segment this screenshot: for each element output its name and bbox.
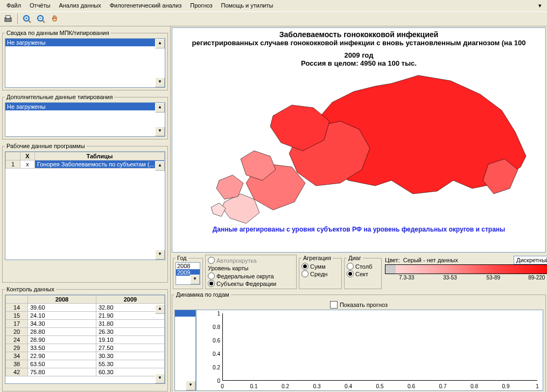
agg-avg-radio[interactable]: Средн (301, 270, 339, 277)
extra-panel: Дополнительные данные типирования Не заг… (2, 94, 168, 139)
table-row[interactable]: 3863.5055.30 (6, 360, 165, 368)
workdata-title: Рабочие данные программы (5, 143, 87, 149)
scroll-down-icon[interactable]: ▼ (155, 127, 165, 136)
level-federal-radio[interactable]: Федеральные округа (208, 272, 294, 279)
summary-title: Сводка по данным МПК/типирования (5, 30, 111, 36)
control-panel: Контроль данных 20082009 1439.6032.80152… (2, 286, 168, 391)
color-note: Серый - нет данных (403, 257, 458, 263)
table-row[interactable]: 1439.6032.80 (6, 304, 165, 312)
summary-list[interactable]: Не загружены ▲ ▼ (5, 38, 165, 88)
map-note: Данные агрегированы с уровня субъектов Р… (213, 226, 506, 233)
menu-help[interactable]: Помощь и утилиты (217, 1, 278, 10)
map-year: 2009 год (345, 51, 374, 59)
workdata-row[interactable]: Гонорея Заболеваемость по субъектам (... (35, 160, 165, 169)
workdata-panel: Рабочие данные программы XТаблицы 1xГоно… (2, 143, 168, 283)
map-title: Заболеваемость гонококковой инфекцией (279, 30, 438, 39)
extra-item[interactable]: Не загружены (5, 103, 165, 110)
menu-overflow-icon[interactable]: ▾ (535, 1, 545, 10)
color-mode-select[interactable]: Дискретный (514, 256, 547, 264)
zoom-in-icon[interactable] (21, 13, 33, 25)
level-label: Уровень карты (208, 265, 294, 271)
menu-file[interactable]: Файл (2, 1, 25, 10)
scroll-down-icon[interactable]: ▼ (186, 381, 195, 390)
diag-label: Диаг (347, 255, 363, 261)
map-total: Россия в целом: 4950 на 100 тыс. (301, 59, 417, 67)
color-label: Цвет: (385, 257, 400, 263)
extra-title: Дополнительные данные типирования (5, 94, 114, 100)
scroll-down-icon[interactable]: ▼ (190, 275, 200, 284)
diag-sect-radio[interactable]: Сект (347, 270, 379, 277)
year-list[interactable]: 2008 2009 ▼ (176, 262, 200, 285)
table-row[interactable]: 1734.3031.80 (6, 320, 165, 328)
dynamics-panel: Динамика по годам Показать прогноз ▼ 00.… (172, 291, 546, 392)
russia-map-icon (187, 67, 531, 223)
svg-line-3 (29, 20, 31, 23)
color-scale-icon (385, 264, 547, 274)
control-grid[interactable]: 20082009 1439.6032.801524.1021.901734.30… (5, 295, 165, 384)
menu-bar: Файл Отчёты Анализ данных Филогенетическ… (0, 0, 547, 12)
scroll-down-icon[interactable]: ▼ (155, 374, 165, 383)
scroll-up-icon[interactable]: ▲ (155, 304, 165, 314)
scroll-down-icon[interactable]: ▼ (155, 250, 165, 260)
extra-list[interactable]: Не загружены ▲ ▼ (5, 102, 165, 137)
svg-rect-1 (6, 16, 10, 18)
control-title: Контроль данных (5, 286, 56, 292)
table-row[interactable]: 3422.9030.30 (6, 352, 165, 360)
agg-label: Агрегация (301, 255, 333, 261)
year-label: Год (176, 255, 188, 261)
year-2008[interactable]: 2008 (176, 263, 200, 269)
table-row[interactable]: 4275.8060.30 (6, 368, 165, 376)
dynamics-listbox[interactable]: ▼ (174, 310, 196, 391)
table-row[interactable]: 2933.5027.50 (6, 344, 165, 352)
menu-analysis[interactable]: Анализ данных (54, 1, 105, 10)
menu-forecast[interactable]: Прогноз (186, 1, 216, 10)
map-subtitle: регистрированных случаев гонококковой ин… (192, 39, 526, 47)
summary-item[interactable]: Не загружены (5, 39, 165, 46)
scroll-up-icon[interactable]: ▲ (155, 161, 165, 171)
summary-panel: Сводка по данным МПК/типирования Не загр… (2, 30, 168, 90)
autoscroll-radio[interactable]: Автопрокрутка (208, 257, 294, 264)
pan-icon[interactable] (49, 13, 61, 25)
agg-sum-radio[interactable]: Сумм (301, 263, 339, 270)
svg-line-7 (43, 20, 45, 23)
menu-phylo[interactable]: Филогенетический анализ (106, 1, 186, 10)
table-row[interactable]: 2028.8026.30 (6, 328, 165, 336)
dynamics-chart[interactable]: 00.20.40.60.8100.10.20.30.40.50.60.70.80… (196, 310, 543, 391)
zoom-out-icon[interactable] (35, 13, 47, 25)
scroll-up-icon[interactable]: ▲ (155, 39, 165, 48)
print-icon[interactable] (2, 13, 14, 25)
table-row[interactable]: 2428.9019.10 (6, 336, 165, 344)
level-subjects-radio[interactable]: Субъекты Федерации (208, 280, 294, 287)
map-controls: Год 2008 2009 ▼ Автопрокрутка Уровень ка… (172, 254, 546, 290)
scroll-down-icon[interactable]: ▼ (155, 78, 165, 87)
dynamics-title: Динамика по годам (174, 291, 231, 298)
scroll-up-icon[interactable]: ▲ (155, 103, 165, 113)
show-forecast-checkbox[interactable]: Показать прогноз (330, 301, 388, 309)
toolbar (0, 12, 547, 26)
menu-reports[interactable]: Отчёты (25, 1, 54, 10)
workdata-grid[interactable]: XТаблицы 1xГонорея Заболеваемость по суб… (5, 151, 165, 260)
color-scale-labels: 7.3-3333-5353-8989-220 (385, 275, 547, 281)
map-view[interactable]: Заболеваемость гонококковой инфекцией ре… (172, 27, 546, 253)
diag-bar-radio[interactable]: Столб (347, 263, 379, 270)
table-row[interactable]: 1524.1021.90 (6, 312, 165, 320)
